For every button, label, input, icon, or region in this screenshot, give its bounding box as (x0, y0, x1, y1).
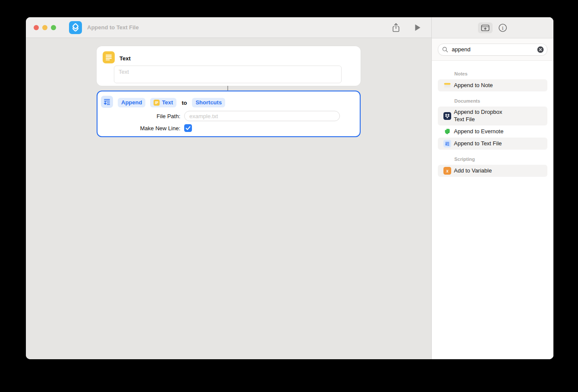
titlebar: Append to Text File (26, 17, 431, 38)
dropbox-icon (443, 112, 451, 120)
section-title: Documents (438, 98, 547, 103)
result-append-to-dropbox-text-file[interactable]: Append to Dropbox Text File (438, 107, 547, 125)
share-button[interactable] (392, 22, 400, 33)
section-title: Scripting (438, 157, 547, 162)
result-append-to-text-file[interactable]: Append to Text File (438, 138, 547, 150)
action-library-icon[interactable] (478, 22, 493, 33)
append-text-file-icon (101, 96, 113, 110)
zoom-button[interactable] (51, 25, 56, 30)
result-label: Append to Text File (454, 140, 502, 147)
svg-text:x: x (446, 168, 449, 173)
file-path-label: File Path: (97, 113, 180, 119)
minimize-button[interactable] (42, 25, 47, 30)
clear-icon[interactable] (537, 46, 544, 53)
shortcuts-app-icon (69, 21, 82, 34)
append-text-file-icon (443, 140, 451, 147)
editor-column: Append to Text File (26, 17, 432, 359)
result-label: Append to Dropbox Text File (454, 109, 502, 123)
search-input[interactable] (451, 46, 537, 53)
close-button[interactable] (34, 25, 39, 30)
result-label: Add to Variable (454, 167, 492, 175)
window-title: Append to Text File (87, 24, 139, 31)
connector-word: to (182, 100, 187, 106)
section-notes: Notes Append to Note (438, 71, 547, 91)
result-append-to-note[interactable]: Append to Note (438, 79, 547, 91)
file-path-input[interactable] (184, 111, 340, 121)
info-icon[interactable]: i (498, 23, 507, 32)
result-label: Append to Note (454, 82, 493, 89)
result-add-to-variable[interactable]: x Add to Variable (438, 165, 547, 177)
action-sidebar: i (432, 17, 553, 359)
search-icon (442, 47, 448, 53)
note-icon (443, 82, 451, 89)
section-documents: Documents Append to Dropbox Text File (438, 98, 547, 150)
make-new-line-label: Make New Line: (97, 125, 180, 132)
section-title: Notes (438, 71, 547, 76)
evernote-icon (443, 128, 451, 135)
text-action-card[interactable]: Text (97, 46, 361, 86)
text-token-icon (154, 100, 160, 106)
sidebar-search-area (432, 38, 553, 61)
add-variable-icon: x (443, 167, 451, 175)
make-new-line-checkbox[interactable] (184, 124, 192, 132)
text-action-input[interactable] (114, 66, 342, 83)
workflow-canvas: Text (26, 38, 431, 359)
text-action-icon (103, 51, 115, 65)
result-label: Append to Evernote (454, 128, 503, 135)
shortcuts-target-token[interactable]: Shortcuts (192, 98, 225, 107)
result-append-to-evernote[interactable]: Append to Evernote (438, 125, 547, 138)
append-action-card[interactable]: Append Text to (97, 91, 361, 137)
run-play-button[interactable] (414, 24, 421, 31)
text-action-title: Text (119, 55, 131, 62)
sidebar-toolbar: i (432, 17, 553, 38)
action-connector-line (227, 86, 228, 91)
svg-text:i: i (502, 25, 504, 31)
search-field[interactable] (438, 44, 547, 56)
section-scripting: Scripting x Add to Variable (438, 157, 547, 177)
shortcuts-window: Append to Text File (26, 17, 553, 359)
append-verb-token[interactable]: Append (118, 98, 145, 107)
text-variable-token[interactable]: Text (150, 98, 176, 107)
search-results-list: Notes Append to Note Documents (432, 61, 553, 359)
